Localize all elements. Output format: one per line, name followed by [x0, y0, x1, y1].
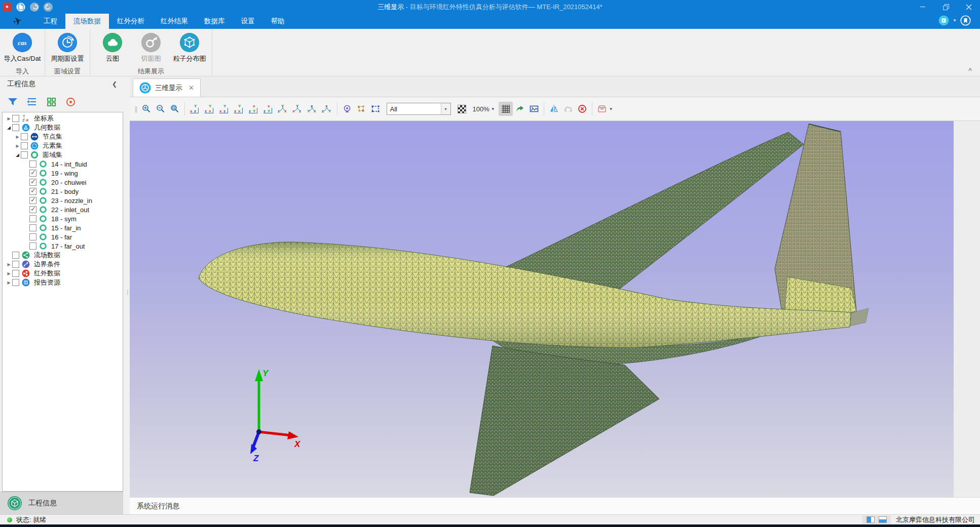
tree-row[interactable]: 17 - far_out [3, 241, 123, 251]
tree-checkbox[interactable] [29, 224, 36, 231]
zoom-fit-icon[interactable] [168, 102, 182, 116]
tree-checkbox[interactable] [21, 133, 28, 140]
tree-row[interactable]: 21 - body [3, 187, 123, 196]
ribbon-button[interactable]: 周期面设置 [48, 31, 87, 63]
mirror-view-icon[interactable] [547, 102, 561, 116]
menu-tab[interactable]: 红外分析 [109, 14, 153, 29]
grid-toggle-icon[interactable] [499, 102, 513, 116]
close-button[interactable] [957, 0, 980, 14]
tree-row[interactable]: 16 - far [3, 232, 123, 241]
combo-arrow-icon[interactable]: ▼ [441, 103, 450, 114]
tree-row[interactable]: ◢面域集 [3, 150, 123, 159]
layout-horizontal-icon[interactable] [879, 516, 887, 523]
tree-expander-icon[interactable]: ▶ [6, 271, 12, 276]
tree-checkbox[interactable] [12, 279, 19, 286]
ribbon-button[interactable]: 云图 [93, 31, 132, 63]
export-arrow-icon[interactable] [513, 102, 527, 116]
tree-expander-icon[interactable]: ▶ [6, 280, 12, 285]
restore-button[interactable] [934, 0, 957, 14]
menu-tab[interactable]: 数据库 [196, 14, 233, 29]
app-icon[interactable]: ✦ [3, 3, 12, 12]
clear-delete-icon[interactable] [575, 102, 589, 116]
particle-trace-icon[interactable] [354, 102, 368, 116]
sidebar-collapse-icon[interactable]: ❮ [112, 80, 117, 88]
tree-checkbox[interactable] [29, 197, 36, 204]
view-top-icon[interactable]: zYx [246, 102, 261, 116]
minimize-button[interactable] [912, 0, 934, 14]
style-caret-icon[interactable]: ▼ [953, 18, 957, 23]
tree-checkbox[interactable] [21, 151, 28, 158]
save-package-icon[interactable] [595, 102, 609, 116]
tree-expander-icon[interactable]: ◢ [6, 125, 12, 130]
tree-expander-icon[interactable]: ▶ [14, 135, 21, 139]
zoom-caret-icon[interactable]: ▼ [491, 107, 495, 111]
redo-icon[interactable] [44, 3, 53, 12]
view-iso-3-icon[interactable]: zYx [305, 102, 320, 116]
display-filter-select[interactable]: All ▼ [387, 103, 451, 115]
snapshot-image-icon[interactable] [527, 102, 541, 116]
tree-row[interactable]: ▶元素集 [3, 141, 123, 150]
tree-checkbox[interactable] [12, 115, 19, 122]
list-outline-icon[interactable] [26, 96, 37, 107]
tree-row[interactable]: ◢几何数据 [3, 123, 123, 132]
tree-row[interactable]: 19 - wing [3, 169, 123, 178]
viewport-3d[interactable]: Y X Z [130, 121, 954, 497]
probe-camera-icon[interactable] [340, 102, 354, 116]
tree-row[interactable]: ▶边界条件 [3, 260, 123, 269]
toolbar-caret-icon[interactable]: ▼ [609, 107, 613, 111]
tree-checkbox[interactable] [29, 170, 36, 177]
zoom-level-control[interactable]: 100% ▼ [470, 105, 498, 113]
view-back-icon[interactable]: zxY [202, 102, 217, 116]
ribbon-button[interactable]: 粒子分布图 [170, 31, 209, 63]
tree-checkbox[interactable] [12, 270, 19, 277]
tree-checkbox[interactable] [29, 179, 36, 186]
cloud-smooth-icon[interactable] [561, 102, 575, 116]
tree-row[interactable]: ▶报告资源 [3, 278, 123, 287]
box-select-icon[interactable] [368, 102, 383, 116]
view-left-icon[interactable]: xzY [217, 102, 232, 116]
view-right-icon[interactable]: zxY [232, 102, 246, 116]
tree-row[interactable]: ▶YZX坐标系 [3, 114, 123, 123]
zoom-in-icon[interactable] [139, 102, 154, 116]
tab-3d-view[interactable]: 三维显示 ✕ [133, 78, 201, 97]
tree-row[interactable]: 15 - far_in [3, 223, 123, 232]
tree-row[interactable]: ▶节点集 [3, 132, 123, 141]
sidebar-bottom-bar[interactable]: 工程信息 [0, 492, 123, 514]
view-iso-4-icon[interactable]: xzY [320, 102, 334, 116]
view-front-icon[interactable]: xzY [187, 102, 202, 116]
help-book-icon[interactable] [960, 15, 971, 26]
menu-tab[interactable]: 工程 [35, 14, 65, 29]
zoom-out-icon[interactable] [154, 102, 168, 116]
tree-row[interactable]: ▶红外数据 [3, 269, 123, 278]
tree-checkbox[interactable] [29, 215, 36, 222]
tree-checkbox[interactable] [12, 124, 19, 131]
tree-checkbox[interactable] [21, 142, 28, 149]
ribbon-collapse-icon[interactable]: ^ [968, 67, 972, 74]
tree-expander-icon[interactable]: ▶ [14, 144, 21, 148]
tree-row[interactable]: 23 - nozzle_in [3, 196, 123, 205]
tree-checkbox[interactable] [12, 252, 19, 259]
layout-vertical-icon[interactable] [866, 516, 875, 523]
tab-close-icon[interactable]: ✕ [186, 84, 194, 92]
tree-checkbox[interactable] [12, 261, 19, 268]
menu-tab[interactable]: 设置 [233, 14, 263, 29]
tree-row[interactable]: 20 - chuiwei [3, 178, 123, 187]
tree-row[interactable]: 18 - sym [3, 214, 123, 223]
menu-tab[interactable]: 红外结果 [153, 14, 196, 29]
menu-tab[interactable]: 流场数据 [65, 14, 109, 29]
tree-row[interactable]: 流场数据 [3, 251, 123, 260]
grid-view-icon[interactable] [46, 96, 57, 107]
view-iso-1-icon[interactable]: Yzx [276, 102, 290, 116]
target-locate-icon[interactable] [65, 96, 76, 107]
tree-expander-icon[interactable]: ▶ [6, 262, 12, 267]
menu-tab[interactable]: 帮助 [263, 14, 293, 29]
sidebar-splitter[interactable]: ⋮ [123, 76, 130, 514]
tree-expander-icon[interactable]: ◢ [14, 152, 21, 157]
tree-expander-icon[interactable]: ▶ [6, 116, 12, 121]
tree-row[interactable]: 14 - int_fluid [3, 159, 123, 169]
tree-checkbox[interactable] [29, 233, 36, 240]
undo-icon[interactable] [30, 3, 39, 12]
view-bottom-icon[interactable]: zYx [261, 102, 276, 116]
tree-checkbox[interactable] [29, 188, 36, 195]
view-iso-2-icon[interactable]: Yxz [290, 102, 305, 116]
